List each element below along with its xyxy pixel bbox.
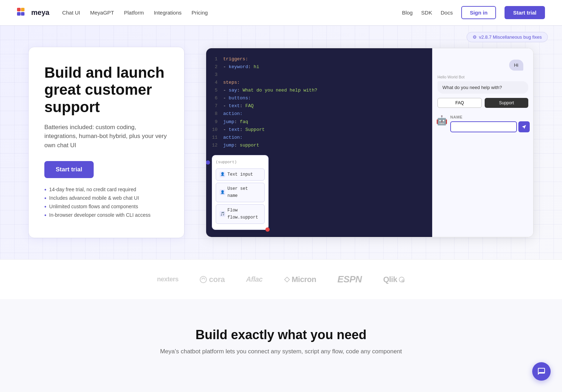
robot-icon: 🤖	[436, 115, 447, 126]
logo-text: meya	[31, 9, 49, 17]
logo-espn: ESPN	[337, 274, 362, 285]
chat-options: FAQ Support	[432, 98, 533, 112]
logo-cora: cora	[200, 275, 225, 284]
logo[interactable]: meya	[17, 8, 49, 18]
svg-point-4	[200, 276, 206, 283]
nav-item-chatui[interactable]: Chat UI	[62, 10, 80, 16]
svg-rect-2	[17, 12, 21, 16]
code-panel: 1triggers: 2 - keyword: hi 3 4steps: 5 -…	[206, 48, 432, 237]
chat-name-label: NAME	[450, 115, 530, 119]
flow-node-text-input: 👤 Text input	[216, 169, 265, 181]
nav-blog-link[interactable]: Blog	[402, 10, 413, 16]
logo-micron: Micron	[284, 275, 316, 284]
version-badge: ⚙ v2.8.7 Miscellaneous bug fixes	[467, 32, 548, 42]
hero-section: Build and launch great customer support …	[0, 26, 562, 259]
build-section: Build exactly what you need Meya's chatb…	[0, 299, 562, 392]
chat-widget-panel: Hi Hello World Bot What do you need help…	[432, 48, 533, 237]
svg-rect-1	[21, 8, 24, 11]
flow-node-flow: 🎵 Flowflow.support	[216, 204, 265, 224]
nav-links: Chat UI MeyaGPT Platform Integrations Pr…	[62, 10, 208, 16]
chat-name-input[interactable]	[450, 121, 517, 132]
logo-nexters: nexters	[157, 276, 179, 283]
build-title: Build exactly what you need	[21, 327, 541, 342]
chat-support-button[interactable]: Support	[485, 98, 528, 108]
version-text: v2.8.7 Miscellaneous bug fixes	[479, 34, 542, 40]
svg-rect-3	[21, 12, 24, 16]
nav-item-platform[interactable]: Platform	[124, 10, 144, 16]
bullet-3: Unlimited custom flows and components	[44, 204, 169, 210]
chat-bot-name: Hello World Bot	[432, 75, 533, 81]
flow-group-label: (support)	[216, 159, 265, 166]
logo-qlik: Qlik	[383, 275, 405, 284]
hero-demo-card: 1triggers: 2 - keyword: hi 3 4steps: 5 -…	[206, 48, 534, 237]
start-trial-nav-button[interactable]: Start trial	[505, 6, 545, 19]
bullet-4: In-browser developer console with CLI ac…	[44, 212, 169, 219]
bullet-2: Includes advanced mobile & web chat UI	[44, 195, 169, 201]
build-subtitle: Meya's chatbot platform lets you connect…	[21, 348, 541, 355]
hero-subtitle: Batteries included: custom coding, integ…	[44, 123, 169, 150]
nav-item-pricing[interactable]: Pricing	[192, 10, 208, 16]
svg-rect-0	[17, 8, 21, 11]
nav-item-integrations[interactable]: Integrations	[154, 10, 181, 16]
chat-hi-bubble: Hi	[509, 60, 523, 71]
hero-left-card: Build and launch great customer support …	[28, 47, 184, 238]
svg-point-5	[399, 277, 404, 282]
chat-bot-message: What do you need help with?	[437, 81, 528, 94]
start-trial-hero-button[interactable]: Start trial	[44, 161, 94, 178]
logo-aflac: Aflac	[246, 275, 263, 283]
flow-node-user-set: 👤 User setname	[216, 183, 265, 202]
hero-bullets: 14-day free trial, no credit card requir…	[44, 187, 169, 219]
bullet-1: 14-day free trial, no credit card requir…	[44, 187, 169, 193]
nav-sdk-link[interactable]: SDK	[421, 10, 432, 16]
gear-icon: ⚙	[473, 34, 477, 40]
chat-send-button[interactable]	[518, 121, 530, 132]
chat-faq-button[interactable]: FAQ	[437, 98, 482, 108]
support-chat-fab[interactable]	[532, 362, 551, 381]
chat-name-input-row	[450, 121, 530, 132]
nav-docs-link[interactable]: Docs	[441, 10, 453, 16]
hero-title: Build and launch great customer support	[44, 64, 169, 116]
nav-item-meyagpt[interactable]: MeyaGPT	[90, 10, 114, 16]
signin-button[interactable]: Sign in	[461, 6, 496, 19]
navbar: meya Chat UI MeyaGPT Platform Integratio…	[0, 0, 562, 26]
nav-right: Blog SDK Docs Sign in Start trial	[402, 6, 545, 19]
logos-section: nexters cora Aflac Micron ESPN Qlik	[0, 259, 562, 299]
nav-left: meya Chat UI MeyaGPT Platform Integratio…	[17, 8, 208, 18]
